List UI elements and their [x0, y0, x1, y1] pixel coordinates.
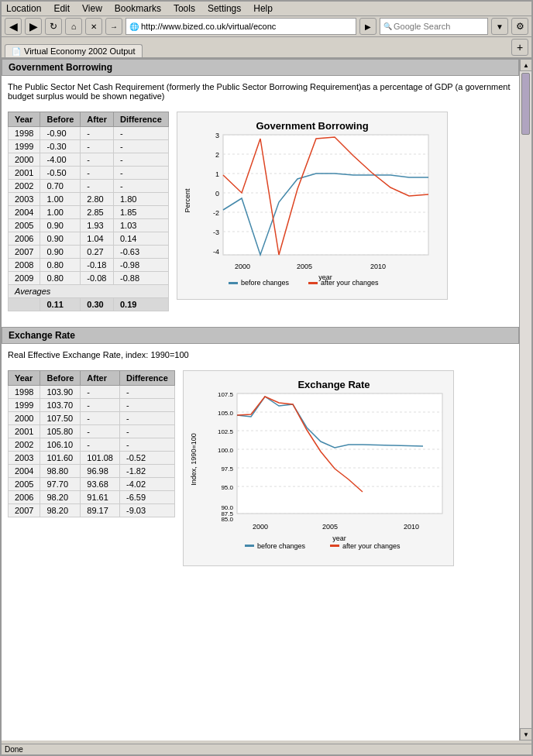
- exchange-rate-desc: Real Effective Exchange Rate, index: 199…: [2, 347, 519, 363]
- tab-bar: 📄 Virtual Economy 2002 Output +: [2, 37, 531, 59]
- gov-borrowing-header: Government Borrowing: [2, 59, 519, 76]
- back-button[interactable]: ◀: [5, 18, 22, 35]
- scroll-up-button[interactable]: ▲: [520, 59, 531, 71]
- svg-rect-20: [237, 393, 442, 514]
- scroll-down-button[interactable]: ▼: [520, 728, 531, 741]
- table-cell: -: [114, 127, 169, 140]
- menu-settings[interactable]: Settings: [208, 3, 241, 14]
- table-cell: 101.08: [81, 452, 120, 465]
- table-cell: -: [119, 412, 174, 425]
- stop-button[interactable]: ✕: [85, 18, 102, 35]
- table-cell: 91.61: [81, 491, 120, 504]
- table-cell: -: [81, 180, 114, 193]
- menu-location[interactable]: Location: [6, 3, 41, 14]
- tab-virtual-economy[interactable]: 📄 Virtual Economy 2002 Output: [5, 44, 143, 57]
- search-input[interactable]: [394, 22, 484, 31]
- forward-button2[interactable]: →: [105, 18, 122, 35]
- table-cell: 2000: [9, 412, 40, 425]
- gov-chart-title: Government Borrowing: [256, 120, 368, 132]
- table-cell: 2004: [9, 206, 40, 219]
- address-bar[interactable]: 🌐: [126, 18, 356, 35]
- table-cell: 2003: [9, 193, 40, 206]
- forward-button[interactable]: ▶: [25, 18, 42, 35]
- exchange-chart-svg: Exchange Rate: [187, 374, 450, 560]
- page-content: Government Borrowing The Public Sector N…: [2, 59, 519, 741]
- table-cell: 98.20: [40, 504, 81, 517]
- svg-text:2010: 2010: [404, 523, 419, 531]
- scrollbar[interactable]: ▲ ▼: [519, 59, 531, 741]
- table-cell: -: [81, 412, 120, 425]
- home-button[interactable]: ⌂: [65, 18, 82, 35]
- search-go-button[interactable]: ▼: [491, 18, 508, 35]
- exchange-rate-layout: Year Before After Difference 1998103.90-…: [8, 370, 513, 566]
- legend-before-text: before changes: [241, 279, 290, 287]
- table-cell: -: [81, 386, 120, 399]
- table-cell: 1.80: [114, 193, 169, 206]
- table-cell: 1.93: [81, 219, 114, 232]
- exchange-rate-table: Year Before After Difference 1998103.90-…: [8, 370, 175, 517]
- menu-bookmarks[interactable]: Bookmarks: [115, 3, 161, 14]
- svg-text:year: year: [332, 534, 346, 542]
- table-cell: 1.00: [40, 193, 81, 206]
- menu-help[interactable]: Help: [253, 3, 273, 14]
- scroll-track[interactable]: [520, 71, 531, 728]
- avg-cell: 0.30: [81, 298, 114, 311]
- table-cell: 2000: [9, 153, 40, 167]
- table-cell: 103.90: [40, 386, 81, 399]
- avg-cell: [9, 298, 40, 311]
- ex-legend-before-color: [245, 545, 254, 547]
- table-cell: -4.02: [119, 478, 174, 491]
- gov-borrowing-data: Year Before After Difference 1998-0.90--…: [2, 108, 519, 314]
- menu-tools[interactable]: Tools: [174, 3, 195, 14]
- table-cell: 1998: [9, 127, 40, 140]
- table-cell: 0.80: [40, 272, 81, 285]
- table-cell: 2005: [9, 219, 40, 232]
- table-row: 2003101.60101.08-0.52: [9, 452, 175, 465]
- table-cell: -0.63: [114, 246, 169, 259]
- ex-legend-before-text: before changes: [257, 542, 306, 550]
- table-cell: 2004: [9, 465, 40, 478]
- table-cell: -1.82: [119, 465, 174, 478]
- table-cell: -: [81, 140, 114, 153]
- table-cell: 2001: [9, 167, 40, 180]
- go-button[interactable]: ▶: [359, 18, 377, 35]
- tab-icon: 📄: [12, 47, 21, 56]
- table-row: 2000-4.00--: [9, 153, 169, 167]
- table-cell: 1998: [9, 386, 40, 399]
- table-cell: -: [81, 399, 120, 412]
- table-cell: 2006: [9, 491, 40, 504]
- table-row: 1999103.70--: [9, 399, 175, 412]
- ex-legend-after-text: after your changes: [342, 542, 401, 550]
- col-before: Before: [40, 112, 81, 127]
- menubar: Location Edit View Bookmarks Tools Setti…: [2, 2, 531, 16]
- svg-text:105.0: 105.0: [218, 410, 234, 417]
- svg-text:-3: -3: [213, 229, 219, 236]
- table-cell: -: [81, 127, 114, 140]
- menu-view[interactable]: View: [82, 3, 102, 14]
- address-input[interactable]: [141, 22, 352, 31]
- table-cell: 2006: [9, 232, 40, 246]
- gov-borrowing-table: Year Before After Difference 1998-0.90--…: [8, 112, 169, 311]
- avg-cell: 0.11: [40, 298, 81, 311]
- scroll-thumb[interactable]: [521, 73, 530, 135]
- svg-text:-2: -2: [213, 209, 219, 217]
- svg-text:85.0: 85.0: [221, 516, 233, 523]
- options-button[interactable]: ⚙: [511, 18, 528, 35]
- table-cell: 2007: [9, 246, 40, 259]
- new-tab-button[interactable]: +: [511, 39, 528, 56]
- table-cell: 2002: [9, 438, 40, 452]
- svg-text:3: 3: [215, 132, 219, 139]
- menu-edit[interactable]: Edit: [53, 3, 70, 14]
- legend-after-text: after your changes: [321, 279, 379, 287]
- table-cell: -: [81, 153, 114, 167]
- search-bar[interactable]: 🔍: [380, 18, 488, 35]
- legend-after-color: [308, 282, 318, 284]
- table-cell: 0.27: [81, 246, 114, 259]
- table-cell: -0.98: [114, 259, 169, 272]
- table-cell: -: [119, 399, 174, 412]
- gov-borrowing-layout: Year Before After Difference 1998-0.90--…: [8, 112, 513, 311]
- table-cell: -: [114, 153, 169, 167]
- table-cell: 1999: [9, 140, 40, 153]
- reload-button[interactable]: ↻: [45, 18, 62, 35]
- col-after: After: [81, 112, 114, 127]
